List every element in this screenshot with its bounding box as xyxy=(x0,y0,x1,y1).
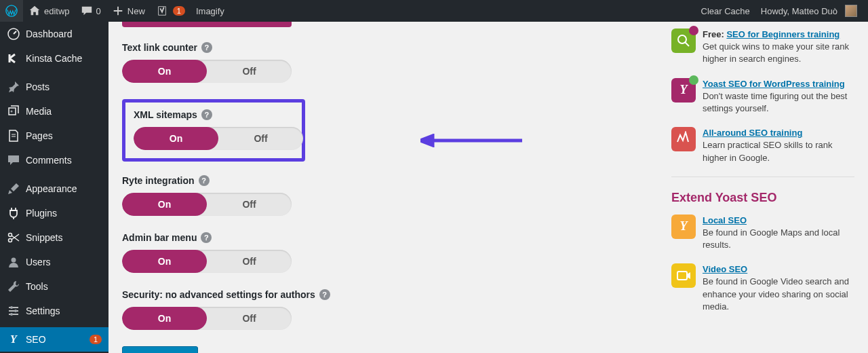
svg-point-3 xyxy=(9,234,12,237)
promo-video-seo: Video SEOBe found in Google Video search… xyxy=(671,263,854,313)
svg-point-7 xyxy=(14,310,17,312)
promo-icon xyxy=(671,29,696,53)
help-icon[interactable]: ? xyxy=(201,42,212,53)
annotation-arrow xyxy=(420,134,522,147)
howdy-text: Howdy, Matteo Duò xyxy=(761,6,837,16)
promo-icon xyxy=(671,127,696,151)
sidebar-item-tools[interactable]: Tools xyxy=(0,274,108,299)
toggle-on[interactable]: On xyxy=(122,307,207,330)
sidebar-item-media[interactable]: Media xyxy=(0,99,108,124)
toggle-on[interactable]: On xyxy=(122,60,207,83)
svg-point-6 xyxy=(10,306,13,309)
sidebar-item-dashboard[interactable]: Dashboard xyxy=(0,22,108,46)
help-icon[interactable]: ? xyxy=(199,175,210,186)
avatar xyxy=(845,5,857,17)
kinsta-icon xyxy=(7,52,20,65)
comments-link[interactable]: 0 xyxy=(75,0,106,22)
promo-link[interactable]: Local SEO xyxy=(703,215,747,225)
new-content[interactable]: New xyxy=(106,0,151,22)
yoast-icon: Y xyxy=(7,333,20,346)
howdy-user[interactable]: Howdy, Matteo Duò xyxy=(755,0,863,22)
sidebar-item-snippets[interactable]: Snippets xyxy=(0,225,108,250)
yoast-badge: 1 xyxy=(173,6,185,16)
toggle-on[interactable]: On xyxy=(122,250,207,273)
toggle-off[interactable]: Off xyxy=(207,193,292,216)
sidebar-item-pages[interactable]: Pages xyxy=(0,124,108,148)
imagify-link[interactable]: Imagify xyxy=(191,0,230,22)
promo-icon: Y xyxy=(671,215,696,239)
toggle-security[interactable]: OnOff xyxy=(122,307,292,330)
pin-icon xyxy=(7,80,20,94)
sidebar-item-comments[interactable]: Comments xyxy=(0,148,108,172)
toggle-text-link-counter[interactable]: OnOff xyxy=(122,60,292,83)
save-button[interactable]: Save changes xyxy=(122,346,198,353)
pages-icon xyxy=(7,129,20,143)
toggle-xml-sitemaps[interactable]: OnOff xyxy=(134,127,303,150)
sidebar-item-appearance[interactable]: Appearance xyxy=(0,176,108,201)
dashboard-icon xyxy=(7,27,20,41)
promo-icon xyxy=(671,263,696,288)
toggle-off[interactable]: Off xyxy=(207,250,292,273)
cut-off-toggle xyxy=(122,22,292,27)
plug-icon xyxy=(7,206,20,220)
help-icon[interactable]: ? xyxy=(201,232,212,243)
toggle-off[interactable]: Off xyxy=(207,307,292,330)
sidebar-item-posts[interactable]: Posts xyxy=(0,75,108,99)
settings-column: Text link counter? OnOff XML sitemaps? O… xyxy=(122,22,536,353)
user-icon xyxy=(7,255,20,269)
toggle-on[interactable]: On xyxy=(134,127,218,150)
toggle-on[interactable]: On xyxy=(122,193,207,216)
scissors-icon xyxy=(7,231,20,244)
help-icon[interactable]: ? xyxy=(319,289,330,300)
promo-yoast-wp-training: Y Yoast SEO for WordPress trainingDon't … xyxy=(671,78,854,115)
promo-link[interactable]: SEO for Beginners training xyxy=(726,29,840,39)
promo-seo-beginners: Free: SEO for Beginners trainingGet quic… xyxy=(671,29,854,66)
sidebar-item-users[interactable]: Users xyxy=(0,250,108,274)
separator xyxy=(671,176,854,177)
media-icon xyxy=(7,105,20,118)
topbar-left: editwp 0 New 1 Imagify xyxy=(0,0,230,22)
site-name-label: editwp xyxy=(44,6,70,16)
toggle-admin-bar[interactable]: OnOff xyxy=(122,250,292,273)
admin-sidebar: Dashboard Kinsta Cache Posts Media Pages… xyxy=(0,22,108,353)
promo-link[interactable]: Yoast SEO for WordPress training xyxy=(703,79,845,89)
right-column: Free: SEO for Beginners trainingGet quic… xyxy=(671,22,854,325)
svg-point-4 xyxy=(9,239,12,242)
promo-link[interactable]: Video SEO xyxy=(703,264,747,274)
yoast-icon xyxy=(156,5,168,17)
svg-point-8 xyxy=(10,313,13,316)
help-icon[interactable]: ? xyxy=(201,109,212,120)
brush-icon xyxy=(7,182,20,196)
sidebar-item-plugins[interactable]: Plugins xyxy=(0,201,108,225)
sidebar-item-kinsta[interactable]: Kinsta Cache xyxy=(0,46,108,71)
promo-allaround-seo: All-around SEO trainingLearn practical S… xyxy=(671,127,854,164)
setting-ryte: Ryte integration? OnOff xyxy=(122,175,536,216)
comment-icon xyxy=(7,153,20,167)
setting-security: Security: no advanced settings for autho… xyxy=(122,289,536,330)
site-name[interactable]: editwp xyxy=(23,0,75,22)
main-content: Text link counter? OnOff XML sitemaps? O… xyxy=(108,22,868,353)
topbar-right: Clear Cache Howdy, Matteo Duò xyxy=(696,0,868,22)
toggle-off[interactable]: Off xyxy=(207,60,292,83)
sidebar-item-settings[interactable]: Settings xyxy=(0,299,108,323)
svg-marker-10 xyxy=(420,136,433,145)
seo-badge: 1 xyxy=(90,335,102,344)
comments-count: 0 xyxy=(96,6,101,16)
admin-topbar: editwp 0 New 1 Imagify Clear Cache Howdy… xyxy=(0,0,868,22)
sidebar-item-seo[interactable]: YSEO1 xyxy=(0,327,108,352)
wp-logo[interactable] xyxy=(0,0,23,22)
promo-link[interactable]: All-around SEO training xyxy=(703,128,802,138)
wrench-icon xyxy=(7,280,20,293)
promo-local-seo: Y Local SEOBe found in Google Maps and l… xyxy=(671,215,854,252)
svg-point-2 xyxy=(11,111,13,113)
svg-point-5 xyxy=(12,258,16,263)
plus-icon xyxy=(112,5,124,17)
sliders-icon xyxy=(7,304,20,318)
svg-rect-12 xyxy=(677,272,687,280)
promo-icon: Y xyxy=(671,78,696,103)
clear-cache[interactable]: Clear Cache xyxy=(696,0,755,22)
toggle-ryte[interactable]: OnOff xyxy=(122,193,292,216)
xml-sitemaps-highlight: XML sitemaps? OnOff xyxy=(122,99,305,162)
toggle-off[interactable]: Off xyxy=(218,127,303,150)
yoast-topbar[interactable]: 1 xyxy=(151,0,191,22)
